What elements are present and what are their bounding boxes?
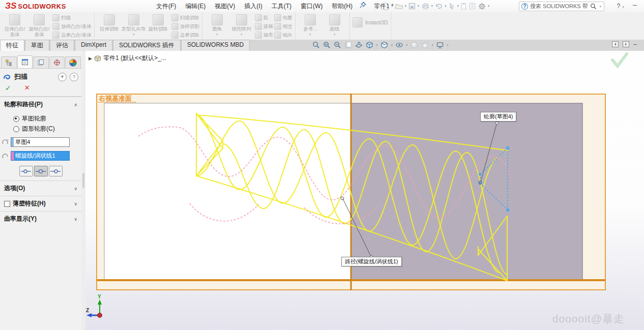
front-plane-rect[interactable] [351, 103, 582, 280]
flyout-arrow-icon[interactable]: ▶ [89, 56, 92, 61]
scene-caret-icon[interactable]: ▾ [432, 43, 434, 47]
view-orientation-button[interactable] [365, 41, 374, 49]
boundary-cut-button[interactable]: 边界切除 [171, 32, 199, 39]
search-box[interactable]: ? 搜索 SOLIDWORKS 帮助 ▾ [519, 2, 604, 11]
instant3d-button[interactable]: Instant3D [353, 13, 388, 27]
dimxpert-manager-tab[interactable] [49, 56, 65, 68]
tab-mbd[interactable]: SOLIDWORKS MBD [181, 40, 250, 51]
apply-scene-button[interactable] [421, 41, 430, 49]
radio-icon[interactable] [13, 126, 19, 132]
linear-pattern-button[interactable]: 线性阵列▾ [229, 13, 254, 37]
profile-callout[interactable]: 轮廓(草图4) [480, 112, 516, 122]
print-caret-icon[interactable]: ▾ [431, 4, 433, 8]
fillet-button[interactable]: 圆角▾ [205, 13, 229, 37]
display-style-button[interactable] [380, 41, 389, 49]
configuration-manager-tab[interactable] [33, 56, 49, 68]
menu-insert[interactable]: 插入(I) [241, 1, 266, 12]
menu-tools[interactable]: 工具(T) [268, 1, 295, 12]
options-gear-button[interactable] [477, 2, 487, 11]
align-center-button[interactable] [34, 166, 48, 176]
tab-addins[interactable]: SOLIDWORKS 插件 [113, 40, 181, 51]
feature-manager-tab[interactable] [1, 56, 17, 68]
align-left-button[interactable] [19, 166, 33, 176]
path-selection-field[interactable]: 螺旋线/涡状线1 [11, 151, 70, 161]
feature-tree-flyout[interactable]: ▶ 零件1 (默认<<默认>_... [89, 54, 166, 63]
hole-wizard-button[interactable]: 异型孔向导▾ [122, 13, 146, 37]
search-input[interactable]: 搜索 SOLIDWORKS 帮助 [530, 3, 588, 10]
loft-cut-button[interactable]: 放样切割 [171, 23, 199, 30]
tab-sketch[interactable]: 草图 [25, 40, 49, 51]
search-caret-icon[interactable]: ▾ [599, 5, 601, 9]
previous-pane-button[interactable] [612, 41, 619, 47]
reference-geometry-button[interactable]: 参考...▾ [298, 13, 323, 37]
zoom-area-button[interactable] [322, 41, 331, 49]
menu-help[interactable]: 帮助(H) [328, 1, 356, 12]
tab-features[interactable]: 特征 [0, 40, 24, 51]
view-settings-button[interactable] [435, 41, 445, 49]
draft-button[interactable]: 拔模 [255, 23, 273, 30]
print-button[interactable] [421, 2, 430, 10]
ok-button[interactable]: ✓ [5, 84, 11, 92]
save-button[interactable] [407, 2, 417, 10]
radio-icon[interactable] [13, 116, 19, 122]
undo-button[interactable] [434, 2, 444, 10]
orientation-caret-icon[interactable]: ▾ [376, 43, 378, 47]
zoom-selection-button[interactable] [333, 41, 342, 49]
panel-help-icon[interactable]: ? [70, 73, 78, 81]
align-right-button[interactable] [49, 166, 63, 176]
profile-path-section-header[interactable]: 轮廓和路径(P)∧ [0, 97, 81, 112]
hide-show-caret-icon[interactable]: ▾ [406, 43, 408, 47]
thin-feature-checkbox[interactable] [4, 201, 10, 207]
rib-button[interactable]: 筋 [255, 14, 273, 21]
open-caret-icon[interactable]: ▾ [405, 4, 407, 8]
extrude-boss-button[interactable]: 拉伸凸台/基体 [3, 13, 27, 37]
hide-show-items-button[interactable] [395, 41, 404, 49]
zoom-fit-button[interactable] [311, 41, 320, 49]
minimize-button[interactable]: – [633, 1, 637, 9]
revolve-cut-button[interactable]: 旋转切除 [146, 13, 170, 32]
select-caret-icon[interactable]: ▾ [457, 4, 459, 8]
profile-selection-field[interactable]: 草图4 [11, 137, 70, 147]
next-pane-button[interactable] [623, 41, 629, 47]
thin-feature-section-header[interactable]: 薄壁特征(H)∨ [0, 196, 81, 211]
menu-view[interactable]: 视图(V) [211, 1, 239, 12]
gear-caret-icon[interactable]: ▾ [488, 4, 490, 8]
help-button[interactable]: ? ▾ [617, 3, 625, 10]
graphics-viewport[interactable]: 右视基准面 [85, 51, 644, 330]
sweep-button[interactable]: 扫描 [52, 14, 92, 21]
circular-profile-radio[interactable]: 圆形轮廓(C) [13, 125, 81, 133]
open-document-button[interactable] [394, 2, 404, 10]
curves-button[interactable]: 曲线▾ [323, 13, 347, 37]
options-section-header[interactable]: 选项(O)∨ [0, 181, 81, 196]
boundary-boss-button[interactable]: 边界凸台/基体 [52, 32, 92, 39]
edit-appearance-button[interactable] [410, 41, 419, 49]
pin-menu-icon[interactable] [359, 2, 366, 11]
sweep-cut-button[interactable]: 扫描切除 [171, 14, 199, 21]
undo-caret-icon[interactable]: ▾ [445, 4, 447, 8]
shell-button[interactable]: 抽壳 [255, 32, 273, 39]
sketch-profile-radio[interactable]: 草图轮廓 [13, 114, 81, 123]
mirror-button[interactable]: 镜向 [274, 32, 292, 39]
section-view-button[interactable] [354, 41, 363, 49]
keep-visible-pin-icon[interactable] [58, 73, 67, 81]
extrude-cut-button[interactable]: 拉伸切除 [97, 13, 122, 32]
save-caret-icon[interactable]: ▾ [418, 4, 420, 8]
collapse-pane-button[interactable]: – [633, 42, 637, 47]
confirmation-corner-check-icon[interactable] [608, 52, 630, 68]
clipboard-button[interactable] [460, 2, 467, 10]
loft-boss-button[interactable]: 放样凸台/基体 [52, 23, 92, 30]
property-manager-tab[interactable] [17, 55, 33, 68]
cancel-button[interactable]: ✕ [24, 84, 30, 92]
menu-window[interactable]: 窗口(W) [297, 1, 326, 12]
curvature-section-header[interactable]: 曲率显示(Y)∨ [0, 211, 81, 226]
tab-evaluate[interactable]: 评估 [50, 40, 74, 51]
search-icon[interactable] [590, 3, 597, 10]
intersect-button[interactable]: 相交 [274, 23, 292, 30]
menu-edit[interactable]: 编辑(E) [182, 1, 209, 12]
previous-view-button[interactable] [343, 41, 353, 49]
display-manager-tab[interactable] [65, 56, 81, 68]
view-settings-caret-icon[interactable]: ▾ [447, 43, 449, 47]
path-callout[interactable]: 路径(螺旋线/涡状线1) [341, 257, 402, 266]
revolve-boss-button[interactable]: 旋转凸台/基体 [27, 13, 51, 37]
tab-dimxpert[interactable]: DimXpert [75, 40, 112, 51]
